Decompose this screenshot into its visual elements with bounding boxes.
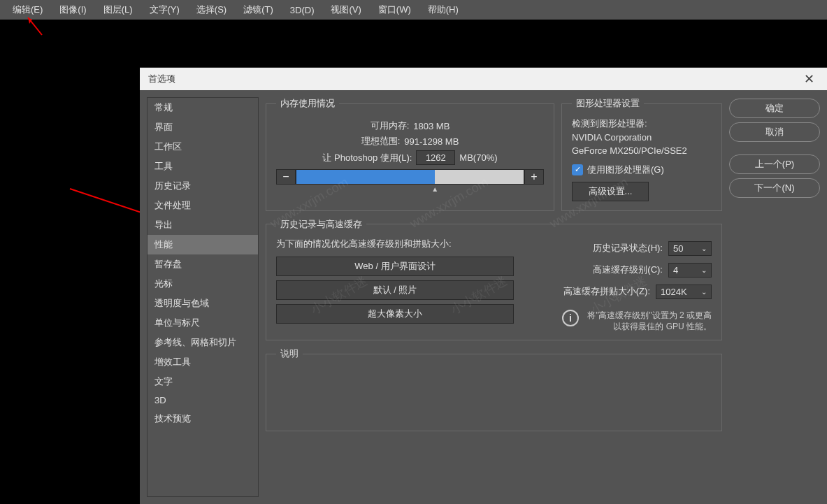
sidebar-item-workspace[interactable]: 工作区	[148, 137, 258, 157]
history-cache-legend: 历史记录与高速缓存	[276, 218, 366, 231]
gpu-settings-group: 图形处理器设置 检测到图形处理器: NVIDIA Corporation GeF…	[561, 97, 722, 211]
cache-tip-text: 将"高速缓存级别"设置为 2 或更高以获得最佳的 GPU 性能。	[586, 310, 712, 333]
description-group: 说明	[266, 347, 722, 431]
menu-image[interactable]: 图像(I)	[52, 1, 93, 19]
info-icon: i	[562, 310, 579, 326]
memory-legend: 内存使用情况	[276, 97, 339, 110]
memory-amount-input[interactable]	[416, 150, 455, 165]
slider-plus-button[interactable]: +	[524, 169, 544, 185]
menu-filter[interactable]: 滤镜(T)	[236, 1, 280, 19]
menu-view[interactable]: 视图(V)	[324, 1, 368, 19]
close-icon[interactable]: ✕	[800, 71, 819, 87]
memory-suffix: MB(70%)	[459, 152, 497, 163]
gpu-vendor: NVIDIA Corporation	[572, 131, 712, 145]
cache-tile-label: 高速缓存拼贴大小(Z):	[563, 285, 650, 298]
menubar: 编辑(E) 图像(I) 图层(L) 文字(Y) 选择(S) 滤镜(T) 3D(D…	[0, 0, 827, 20]
gpu-legend: 图形处理器设置	[572, 97, 644, 110]
chevron-down-icon: ⌄	[701, 266, 707, 274]
sidebar-item-type[interactable]: 文字	[148, 372, 258, 391]
advanced-settings-button[interactable]: 高级设置...	[572, 182, 649, 201]
sidebar-item-3d[interactable]: 3D	[148, 391, 258, 409]
menu-edit[interactable]: 编辑(E)	[6, 1, 50, 19]
preset-web-button[interactable]: Web / 用户界面设计	[276, 257, 514, 276]
available-ram-value: 1803 MB	[413, 121, 450, 131]
history-states-label: 历史记录状态(H):	[593, 242, 663, 254]
gpu-model: GeForce MX250/PCIe/SSE2	[572, 144, 712, 158]
sidebar-item-transparency[interactable]: 透明度与色域	[148, 294, 258, 313]
menu-window[interactable]: 窗口(W)	[371, 1, 418, 19]
preset-default-button[interactable]: 默认 / 照片	[276, 280, 514, 300]
menu-layer[interactable]: 图层(L)	[96, 1, 140, 19]
cache-tile-dropdown[interactable]: 1024K⌄	[656, 285, 712, 299]
preferences-sidebar: 常规 界面 工作区 工具 历史记录 文件处理 导出 性能 暂存盘 光标 透明度与…	[147, 97, 259, 497]
ok-button[interactable]: 确定	[729, 99, 820, 118]
sidebar-item-tech-preview[interactable]: 技术预览	[148, 409, 258, 429]
sidebar-item-history[interactable]: 历史记录	[148, 176, 258, 196]
sidebar-item-interface[interactable]: 界面	[148, 117, 258, 137]
sidebar-item-plugins[interactable]: 增效工具	[148, 352, 258, 372]
sidebar-item-guides[interactable]: 参考线、网格和切片	[148, 333, 258, 352]
next-button[interactable]: 下一个(N)	[729, 178, 820, 198]
memory-usage-group: 内存使用情况 可用内存: 1803 MB 理想范围: 991-1298 MB 让…	[266, 97, 554, 211]
sidebar-item-performance[interactable]: 性能	[148, 235, 258, 254]
dialog-title-text: 首选项	[148, 73, 175, 85]
sidebar-item-export[interactable]: 导出	[148, 215, 258, 235]
menu-3d[interactable]: 3D(D)	[283, 2, 322, 18]
preferences-dialog: 首选项 ✕ 常规 界面 工作区 工具 历史记录 文件处理 导出 性能 暂存盘 光…	[140, 67, 827, 504]
sidebar-item-units[interactable]: 单位与标尺	[148, 313, 258, 333]
slider-minus-button[interactable]: −	[276, 169, 296, 185]
ideal-range-value: 991-1298 MB	[404, 136, 459, 147]
svg-line-0	[28, 17, 42, 35]
sidebar-item-general[interactable]: 常规	[148, 98, 258, 117]
sidebar-item-file-handling[interactable]: 文件处理	[148, 196, 258, 215]
slider-track[interactable]: ▲	[296, 169, 524, 185]
memory-slider[interactable]: − ▲ +	[276, 169, 544, 185]
chevron-down-icon: ⌄	[701, 245, 707, 252]
dialog-action-buttons: 确定 取消 上一个(P) 下一个(N)	[729, 97, 820, 497]
let-ps-use-label: 让 Photoshop 使用(L):	[322, 152, 412, 164]
ideal-range-label: 理想范围:	[361, 135, 401, 147]
prev-button[interactable]: 上一个(P)	[729, 154, 820, 174]
chevron-down-icon: ⌄	[701, 288, 707, 296]
menu-type[interactable]: 文字(Y)	[143, 1, 187, 19]
cache-levels-dropdown[interactable]: 4⌄	[668, 263, 712, 278]
optimize-label: 为下面的情况优化高速缓存级别和拼贴大小:	[276, 238, 514, 250]
menu-select[interactable]: 选择(S)	[189, 1, 233, 19]
sidebar-item-tools[interactable]: 工具	[148, 157, 258, 176]
history-states-dropdown[interactable]: 50⌄	[668, 241, 712, 256]
slider-thumb-icon[interactable]: ▲	[431, 185, 438, 193]
menu-help[interactable]: 帮助(H)	[421, 1, 466, 19]
use-gpu-label: 使用图形处理器(G)	[587, 164, 664, 176]
cache-levels-label: 高速缓存级别(C):	[593, 264, 663, 276]
cancel-button[interactable]: 取消	[729, 122, 820, 142]
history-cache-group: 历史记录与高速缓存 为下面的情况优化高速缓存级别和拼贴大小: Web / 用户界…	[266, 218, 722, 341]
preset-huge-button[interactable]: 超大像素大小	[276, 304, 514, 324]
available-ram-label: 可用内存:	[371, 120, 410, 132]
dialog-titlebar: 首选项 ✕	[140, 68, 827, 90]
gpu-detected-label: 检测到图形处理器:	[572, 117, 712, 131]
use-gpu-checkbox[interactable]: ✓	[572, 164, 583, 175]
description-legend: 说明	[276, 347, 303, 360]
slider-fill	[296, 170, 435, 184]
sidebar-item-cursors[interactable]: 光标	[148, 274, 258, 294]
sidebar-item-scratch[interactable]: 暂存盘	[148, 254, 258, 274]
